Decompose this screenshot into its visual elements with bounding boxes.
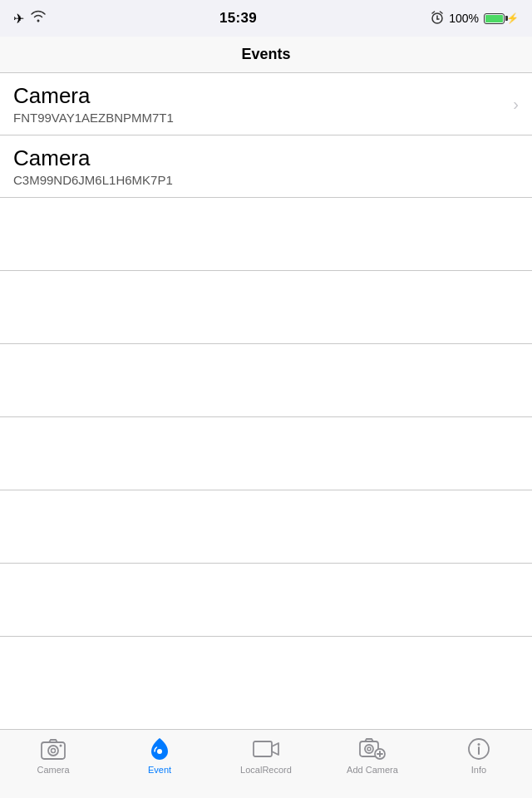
localrecord-tab-icon	[254, 736, 278, 761]
tab-event[interactable]: Event	[106, 736, 213, 775]
charging-icon: ⚡	[506, 12, 519, 24]
camera-tab-label: Camera	[37, 765, 69, 775]
wifi-icon	[31, 11, 46, 26]
tab-info[interactable]: Info	[426, 736, 532, 775]
chevron-right-icon: ›	[513, 95, 519, 114]
svg-point-4	[60, 745, 62, 747]
empty-row	[0, 344, 532, 417]
list-item-content-2: Camera C3M99ND6JM6L1H6MK7P1	[13, 145, 519, 187]
list-item-title-1: Camera	[13, 83, 513, 109]
tab-localrecord[interactable]: LocalRecord	[213, 736, 319, 775]
svg-point-5	[157, 749, 162, 754]
event-tab-icon	[147, 736, 172, 761]
tab-bar: Camera Event LocalRecord	[0, 729, 532, 798]
list-item-content-1: Camera FNT99VAY1AEZBNPMM7T1	[13, 83, 513, 125]
status-time: 15:39	[219, 10, 257, 27]
info-tab-label: Info	[471, 765, 486, 775]
tab-addcamera[interactable]: Add Camera	[319, 736, 426, 775]
empty-row	[0, 198, 532, 271]
alarm-icon	[431, 11, 444, 27]
svg-point-8	[365, 745, 373, 753]
status-left: ✈	[13, 11, 46, 27]
main-content: Camera FNT99VAY1AEZBNPMM7T1 › Camera C3M…	[0, 73, 532, 729]
camera-tab-icon	[41, 736, 66, 761]
addcamera-tab-label: Add Camera	[347, 765, 398, 775]
empty-row	[0, 490, 532, 564]
navigation-bar: Events	[0, 37, 532, 73]
list-item-title-2: Camera	[13, 145, 519, 171]
list-item-subtitle-2: C3M99ND6JM6L1H6MK7P1	[13, 173, 519, 187]
tab-camera[interactable]: Camera	[0, 736, 106, 775]
svg-point-9	[367, 747, 371, 751]
svg-point-12	[478, 743, 480, 746]
event-tab-label: Event	[148, 765, 171, 775]
battery-indicator: ⚡	[484, 12, 519, 24]
svg-point-2	[48, 746, 58, 756]
status-right: 100% ⚡	[431, 11, 519, 27]
empty-row	[0, 417, 532, 490]
airplane-icon: ✈	[13, 11, 24, 27]
list-item[interactable]: Camera FNT99VAY1AEZBNPMM7T1 ›	[0, 73, 532, 135]
nav-title: Events	[241, 46, 290, 63]
list-item[interactable]: Camera C3M99ND6JM6L1H6MK7P1	[0, 135, 532, 198]
svg-rect-6	[254, 741, 272, 756]
localrecord-tab-label: LocalRecord	[240, 765, 292, 775]
empty-row	[0, 564, 532, 637]
empty-row	[0, 271, 532, 344]
status-bar: ✈ 15:39 100% ⚡	[0, 0, 532, 37]
battery-percentage: 100%	[449, 12, 479, 25]
list-item-subtitle-1: FNT99VAY1AEZBNPMM7T1	[13, 111, 513, 125]
addcamera-tab-icon	[360, 736, 385, 761]
svg-point-3	[52, 749, 56, 753]
info-tab-icon	[466, 736, 491, 761]
